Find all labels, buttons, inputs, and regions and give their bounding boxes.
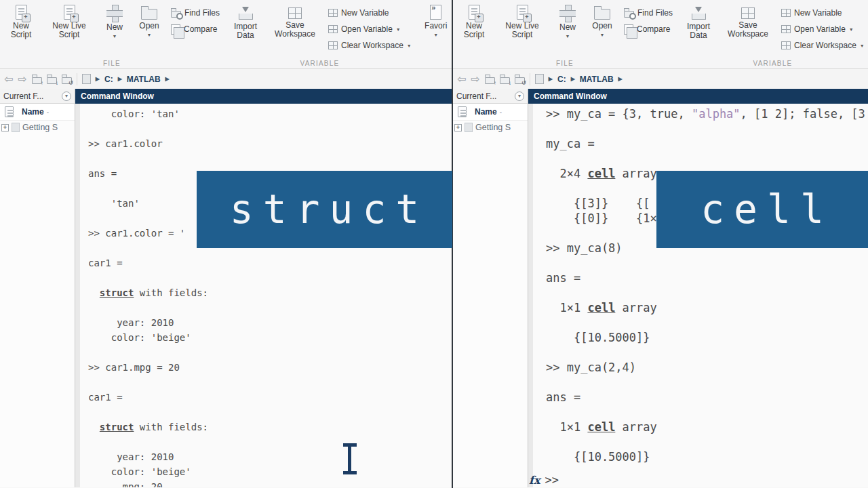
expand-icon[interactable]: +: [454, 124, 462, 131]
new-script-button[interactable]: New Script: [458, 3, 490, 39]
console-line: [546, 434, 868, 449]
import-data-icon: [238, 5, 253, 20]
breadcrumb-folder[interactable]: MATLAB: [580, 75, 614, 84]
name-column-header[interactable]: Name -: [0, 104, 75, 121]
console-line: struct with fields:: [88, 420, 452, 434]
find-files-button[interactable]: Find Files: [171, 5, 220, 20]
import-data-button[interactable]: Import Data: [682, 3, 715, 40]
up-folder-button[interactable]: ↑: [32, 77, 42, 84]
console-text-segment: "alpha": [692, 107, 741, 121]
console-line: [88, 375, 452, 390]
panel-menu-icon[interactable]: ▾: [515, 92, 524, 101]
toolstrip-ribbon: New Script New Live Script New ▼ Open ▼ …: [453, 0, 868, 69]
ribbon-section-file: New Script New Live Script New ▼ Open ▼ …: [0, 0, 224, 68]
up-folder-button[interactable]: ↑: [485, 77, 495, 84]
new-variable-button[interactable]: New Variable: [328, 5, 412, 20]
compare-icon: [624, 24, 633, 35]
current-folder-header[interactable]: Current F... ▾: [453, 89, 528, 104]
save-workspace-button[interactable]: Save Workspace: [722, 3, 774, 39]
open-variable-button[interactable]: Open Variable ▼: [328, 22, 412, 37]
console-text-segment: {[10.5000]}: [546, 331, 650, 344]
console-text-segment: mpg: 20: [88, 481, 163, 487]
command-window-console[interactable]: >> my_ca = {3, true, "alpha", [1 2]; fal…: [528, 104, 868, 487]
console-text-segment: color: 'beige': [88, 332, 191, 343]
expand-icon[interactable]: +: [1, 124, 9, 131]
command-window-titlebar[interactable]: Command Window: [528, 89, 868, 104]
new-live-script-button[interactable]: New Live Script: [496, 3, 548, 39]
save-workspace-label: Save Workspace: [722, 21, 774, 39]
work-area: Current F... ▾ Name - + Getting S Comman…: [453, 89, 868, 487]
fx-function-hint-icon[interactable]: fx: [529, 474, 540, 487]
breadcrumb-drive[interactable]: C:: [104, 75, 113, 84]
open-dropdown-button[interactable]: Open ▼: [587, 3, 617, 37]
forward-button[interactable]: ⇨: [18, 74, 26, 85]
chevron-down-icon: ▼: [113, 34, 117, 39]
browse-folder-button[interactable]: ↺: [62, 77, 72, 84]
command-window-console[interactable]: color: 'tan' >> car1.color ans = 'tan' >…: [75, 104, 452, 487]
save-workspace-button[interactable]: Save Workspace: [269, 3, 321, 39]
chevron-down-icon: ▼: [849, 27, 854, 32]
compare-button[interactable]: Compare: [171, 22, 220, 37]
address-bar: ⇦ ⇨ ↑ ↓ ↺ ▶ C: ▶ MATLAB ▶: [0, 69, 452, 89]
console-line: [546, 285, 868, 300]
console-line: car1 =: [88, 256, 452, 270]
open-dropdown-button[interactable]: Open ▼: [134, 3, 164, 37]
new-live-script-button[interactable]: New Live Script: [43, 3, 95, 39]
console-line: color: 'beige': [88, 330, 452, 345]
console-line: mpg: 20: [88, 479, 452, 487]
browse-folder-button[interactable]: ↺: [515, 77, 525, 84]
new-variable-label: New Variable: [341, 8, 389, 18]
forward-button[interactable]: ⇨: [471, 74, 479, 85]
sidebar-item-label: Getting S: [22, 123, 58, 132]
console-line: [546, 345, 868, 360]
name-column-label: Name: [22, 107, 44, 117]
console-text-segment: array: [615, 420, 656, 434]
chevron-down-icon: ▼: [860, 43, 865, 48]
clear-workspace-button[interactable]: Clear Workspace ▼: [781, 38, 865, 53]
current-folder-header[interactable]: Current F... ▾: [0, 89, 75, 104]
breadcrumb-folder[interactable]: MATLAB: [127, 75, 161, 84]
clear-workspace-button[interactable]: Clear Workspace ▼: [328, 38, 412, 53]
file-small-buttons: Find Files Compare: [624, 3, 673, 37]
command-window-titlebar[interactable]: Command Window: [75, 89, 452, 104]
sidebar-item-getting-started[interactable]: + Getting S: [453, 121, 528, 134]
console-text-segment: color: 'tan': [88, 108, 180, 119]
open-label: Open: [139, 22, 159, 30]
text-cursor-ibeam: [342, 443, 357, 474]
breadcrumb-drive[interactable]: C:: [557, 75, 566, 84]
chevron-down-icon: ▼: [600, 33, 605, 37]
compare-button[interactable]: Compare: [624, 22, 673, 37]
back-button[interactable]: ⇦: [457, 74, 466, 85]
folder-item-icon: [465, 123, 473, 132]
new-dropdown-button[interactable]: New ▼: [555, 3, 580, 39]
console-line: my_ca =: [546, 136, 868, 151]
console-text-segment: >> my_ca = {3, true,: [546, 107, 692, 121]
import-data-icon: [691, 5, 706, 20]
name-column-header[interactable]: Name -: [453, 104, 528, 121]
console-text-segment: my_ca =: [546, 137, 595, 150]
open-variable-button[interactable]: Open Variable ▼: [781, 22, 865, 37]
command-prompt: >>: [545, 473, 558, 487]
import-data-button[interactable]: Import Data: [229, 3, 262, 40]
console-line: >> car1.mpg = 20: [88, 360, 452, 375]
sidebar-item-getting-started[interactable]: + Getting S: [0, 121, 75, 134]
new-variable-button[interactable]: New Variable: [781, 5, 865, 20]
back-button[interactable]: ⇦: [4, 74, 13, 85]
favorites-button[interactable]: Favori ▼: [421, 3, 451, 37]
clear-workspace-icon: [328, 41, 338, 49]
new-dropdown-button[interactable]: New ▼: [102, 3, 127, 39]
chevron-down-icon: ▼: [396, 27, 401, 32]
open-variable-icon: [781, 25, 791, 33]
cloud-folder-button[interactable]: ↓: [47, 77, 57, 84]
favorites-icon: [430, 5, 441, 20]
panel-menu-icon[interactable]: ▾: [62, 92, 71, 101]
variable-section-label: VARIABLE: [224, 60, 416, 67]
current-folder-panel: Current F... ▾ Name - + Getting S: [0, 89, 75, 487]
addressbar-separator: [530, 73, 530, 85]
cloud-folder-button[interactable]: ↓: [500, 77, 510, 84]
find-files-button[interactable]: Find Files: [624, 5, 673, 20]
console-line: >> my_ca(2,4): [546, 360, 868, 375]
ribbon-section-favorites: Favori ▼: [416, 0, 452, 68]
console-text-segment: array: [615, 167, 656, 180]
new-script-button[interactable]: New Script: [5, 3, 37, 39]
